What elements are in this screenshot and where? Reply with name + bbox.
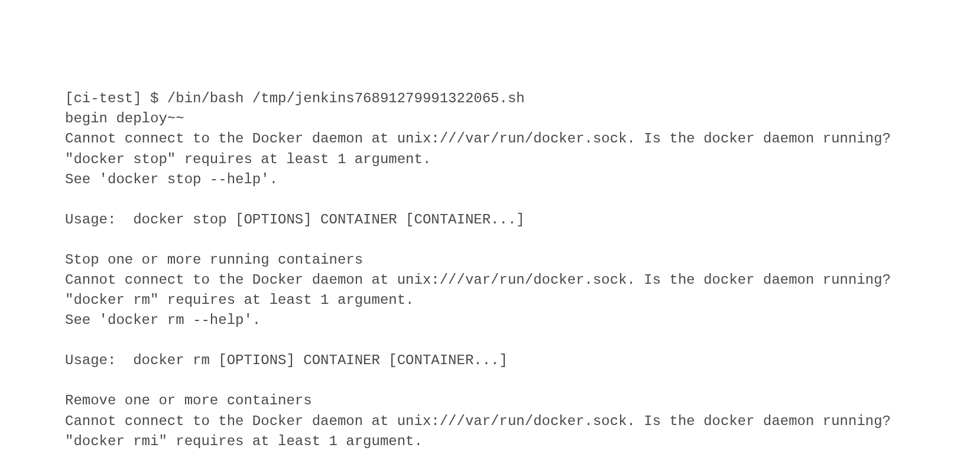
- console-line: "docker stop" requires at least 1 argume…: [65, 150, 980, 170]
- console-line: [65, 330, 980, 351]
- console-line: [65, 371, 980, 391]
- console-line: Usage: docker stop [OPTIONS] CONTAINER […: [65, 210, 980, 230]
- console-line: [65, 190, 980, 210]
- console-line: Stop one or more running containers: [65, 250, 980, 270]
- console-line: Cannot connect to the Docker daemon at u…: [65, 270, 980, 290]
- console-output: [ci-test] $ /bin/bash /tmp/jenkins768912…: [65, 89, 980, 454]
- console-line: [ci-test] $ /bin/bash /tmp/jenkins768912…: [65, 89, 980, 109]
- console-line: [65, 230, 980, 250]
- console-line: begin deploy~~: [65, 109, 980, 129]
- console-line: See 'docker stop --help'.: [65, 170, 980, 190]
- console-line: Cannot connect to the Docker daemon at u…: [65, 411, 980, 432]
- console-line: See 'docker rm --help'.: [65, 310, 980, 330]
- console-line: Usage: docker rm [OPTIONS] CONTAINER [CO…: [65, 351, 980, 371]
- console-line: Cannot connect to the Docker daemon at u…: [65, 129, 980, 149]
- console-line: "docker rm" requires at least 1 argument…: [65, 290, 980, 310]
- console-line: See 'docker rmi --help'.: [65, 452, 980, 454]
- console-line: Remove one or more containers: [65, 391, 980, 411]
- console-line: "docker rmi" requires at least 1 argumen…: [65, 432, 980, 452]
